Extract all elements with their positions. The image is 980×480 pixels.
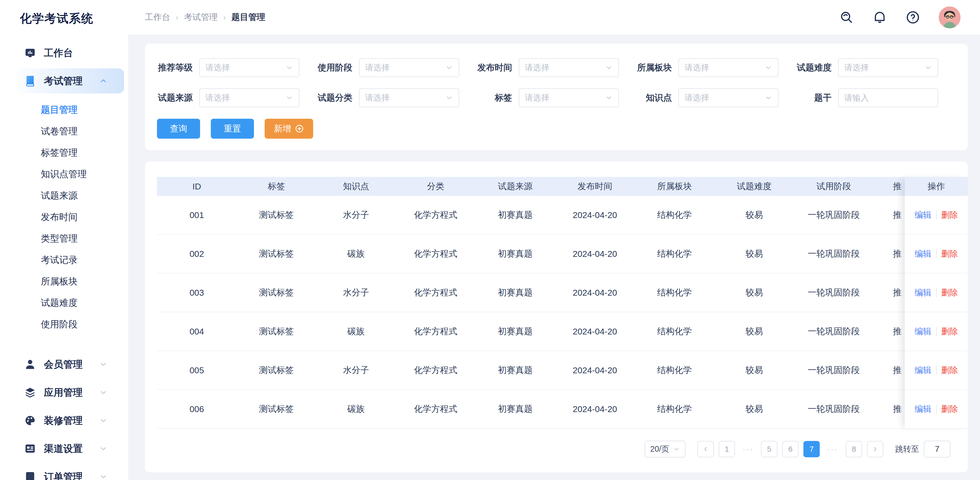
search-icon[interactable] [839,10,854,25]
column-header-试用阶段: 试用阶段 [794,180,873,192]
column-header-所属板块: 所属板块 [635,180,714,192]
breadcrumb-item[interactable]: 考试管理 [184,11,218,23]
pagination: 20/页1···567···8跳转至 [145,441,968,458]
filter-label: 标签 [476,92,512,104]
table-cell: 005 [157,365,237,375]
table-cell: 测试标签 [237,287,316,298]
action-divider [936,366,937,375]
jump-to-input[interactable] [924,441,950,458]
edit-link[interactable]: 编辑 [915,365,932,376]
table-cell: 较易 [714,364,794,376]
table-row: 006测试标签碳族化学方程式初赛真题2024-04-20结构化学较易一轮巩固阶段… [157,390,968,429]
sidebar-item-label: 工作台 [44,46,73,59]
page-button-5[interactable]: 5 [761,441,777,457]
palette-icon [24,414,37,427]
reset-button[interactable]: 重置 [211,119,254,139]
delete-link[interactable]: 删除 [941,209,958,221]
table-cell: 一轮巩固阶段 [794,403,873,415]
chevron-down-icon [286,64,293,72]
sidebar-subitem-考试记录[interactable]: 考试记录 [0,249,128,271]
page-button-6[interactable]: 6 [782,441,799,457]
filter-select-标签[interactable]: 请选择 [519,88,619,107]
sidebar-item-workbench[interactable]: 工作台 [0,39,128,67]
page-button-8[interactable]: 8 [846,441,862,457]
table-row: 001测试标签水分子化学方程式初赛真题2024-04-20结构化学较易一轮巩固阶… [157,196,968,234]
sidebar-subitem-试题来源[interactable]: 试题来源 [0,185,128,206]
page-button-7[interactable]: 7 [803,441,820,457]
sidebar-item-app[interactable]: 应用管理 [0,378,128,407]
sidebar-subitem-试题难度[interactable]: 试题难度 [0,292,128,314]
filter-select-试题分类[interactable]: 请选择 [359,88,459,107]
add-button[interactable]: 新增 [265,119,313,139]
edit-link[interactable]: 编辑 [915,248,932,260]
row-actions: 编辑 删除 [905,273,968,312]
filter-select-知识点[interactable]: 请选择 [678,88,778,107]
table-cell: 初赛真题 [476,403,555,415]
sidebar-subitem-题目管理[interactable]: 题目管理 [0,99,128,121]
news-icon [24,442,37,455]
user-avatar[interactable] [939,6,961,28]
sidebar-item-exam[interactable]: 考试管理 [0,67,128,95]
sidebar-subitem-发布时间[interactable]: 发布时间 [0,206,128,228]
sidebar-item-order[interactable]: 订单管理 [0,462,128,480]
prev-page-button[interactable] [697,441,714,457]
add-button-label: 新增 [274,123,291,134]
action-column-cells: 编辑 删除 编辑 删除 编辑 删除 编辑 删除 编辑 删除 编辑 删除 [905,196,968,429]
sidebar-item-member[interactable]: 会员管理 [0,350,128,378]
delete-link[interactable]: 删除 [941,248,958,260]
sidebar-item-decorate[interactable]: 装修管理 [0,407,128,435]
chevron-down-icon [99,444,108,453]
page-size-select[interactable]: 20/页 [645,441,686,458]
filter-select-使用阶段[interactable]: 请选择 [359,58,459,77]
sidebar-subitem-知识点管理[interactable]: 知识点管理 [0,163,128,185]
sidebar-subitem-使用阶段[interactable]: 使用阶段 [0,314,128,335]
breadcrumb-item[interactable]: 题目管理 [231,11,265,23]
select-placeholder: 请选择 [684,62,709,73]
pagination-ellipsis: ··· [824,445,841,453]
edit-link[interactable]: 编辑 [915,326,932,337]
table-cell: 结构化学 [635,403,714,415]
bell-icon[interactable] [872,10,887,25]
delete-link[interactable]: 删除 [941,326,958,337]
search-button[interactable]: 查询 [157,119,200,139]
sidebar-subitem-所属板块[interactable]: 所属板块 [0,271,128,292]
page-button-1[interactable]: 1 [719,441,735,457]
edit-link[interactable]: 编辑 [915,287,932,298]
next-page-button[interactable] [867,441,883,457]
action-column-header: 操作 [905,177,968,196]
select-placeholder: 请选择 [525,92,549,104]
table-row: 004测试标签碳族化学方程式初赛真题2024-04-20结构化学较易一轮巩固阶段… [157,312,968,351]
filter-select-试题难度[interactable]: 请选择 [838,58,938,77]
table-cell: 2024-04-20 [555,210,635,220]
sidebar-subitem-标签管理[interactable]: 标签管理 [0,142,128,163]
filter-select-试题来源[interactable]: 请选择 [199,88,299,107]
delete-link[interactable]: 删除 [941,365,958,376]
filter-select-发布时间[interactable]: 请选择 [519,58,619,77]
edit-link[interactable]: 编辑 [915,209,932,221]
filter-row-2: 试题来源 请选择 试题分类 请选择 标签 请选择 知识点 请选择 题干 [157,88,956,107]
help-icon[interactable] [905,10,920,25]
table-cell: 较易 [714,287,794,298]
edit-link[interactable]: 编辑 [915,403,932,415]
column-header-分类: 分类 [396,180,476,192]
chevron-down-icon [924,64,932,72]
table-cell: 002 [157,249,237,259]
table-cell: 结构化学 [635,287,714,298]
filter-select-所属板块[interactable]: 请选择 [678,58,778,77]
table-cell: 003 [157,288,237,298]
column-header-试题难度: 试题难度 [714,180,794,192]
delete-link[interactable]: 删除 [941,403,958,415]
table-cell: 较易 [714,209,794,221]
chevron-down-icon [445,64,453,72]
sidebar-subitem-类型管理[interactable]: 类型管理 [0,228,128,249]
table-cell: 001 [157,210,237,220]
breadcrumb-item[interactable]: 工作台 [145,11,170,23]
delete-link[interactable]: 删除 [941,287,958,298]
filter-input-题干[interactable] [838,88,938,107]
select-placeholder: 请选择 [844,62,869,73]
filter-field: 所属板块 请选择 [636,58,796,77]
sidebar-subitem-试卷管理[interactable]: 试卷管理 [0,121,128,142]
filter-select-推荐等级[interactable]: 请选择 [199,58,299,77]
sidebar-item-channel[interactable]: 渠道设置 [0,435,128,462]
table-cell: 一轮巩固阶段 [794,209,873,221]
